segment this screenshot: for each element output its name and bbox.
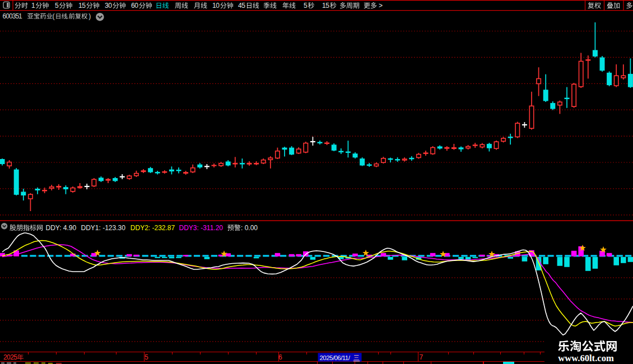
svg-text:1: 1: [31, 2, 35, 10]
svg-text:: 0.00: : 0.00: [241, 224, 258, 232]
svg-text:(: (: [53, 12, 55, 20]
svg-text:DDY: 4.90: DDY: 4.90: [46, 224, 77, 232]
svg-text:10: 10: [212, 2, 220, 10]
svg-text:DDY1: -123.30: DDY1: -123.30: [81, 224, 126, 232]
svg-text:60: 60: [131, 2, 138, 10]
svg-text:5: 5: [304, 2, 308, 10]
svg-text:www.60lt.com: www.60lt.com: [558, 353, 614, 363]
svg-text:DDY2: -232.87: DDY2: -232.87: [131, 224, 175, 232]
svg-text:15: 15: [78, 2, 86, 10]
svg-text:5: 5: [145, 353, 148, 361]
svg-text:.: .: [67, 12, 68, 20]
svg-text:6: 6: [278, 353, 282, 361]
svg-text:2025/06/11/: 2025/06/11/: [320, 354, 351, 361]
svg-text:): ): [89, 12, 91, 20]
svg-text:30: 30: [105, 2, 112, 10]
svg-text:7: 7: [420, 353, 423, 361]
svg-text:45: 45: [238, 2, 245, 10]
svg-text:2025: 2025: [3, 353, 17, 361]
svg-text:15: 15: [322, 2, 329, 10]
svg-text:DDY3: -311.20: DDY3: -311.20: [179, 224, 224, 232]
svg-text:600351: 600351: [3, 12, 23, 20]
svg-text:5: 5: [55, 2, 59, 10]
svg-text:>: >: [379, 2, 383, 10]
